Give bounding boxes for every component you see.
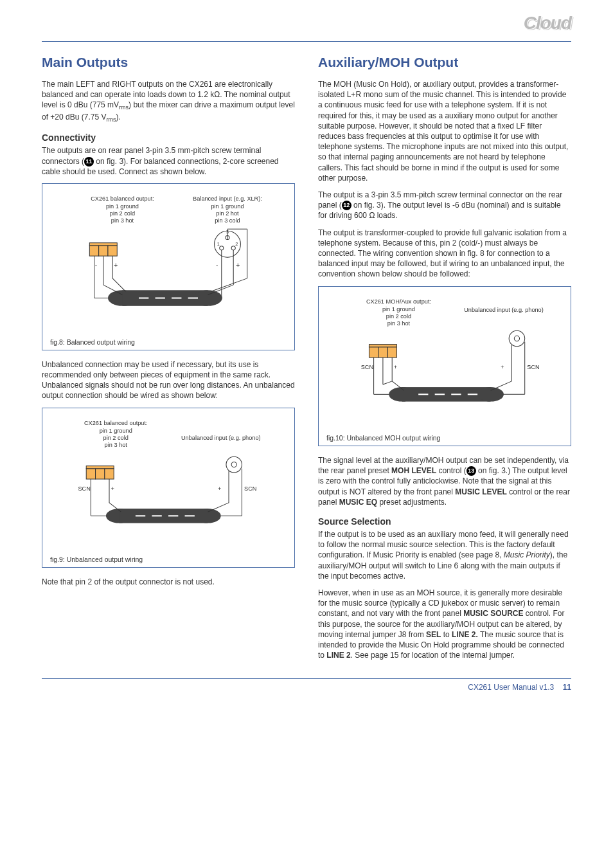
svg-line-41 [211, 278, 247, 291]
svg-text:Balanced input (e.g. XLR):: Balanced input (e.g. XLR): [193, 195, 262, 202]
figure-9: CX261 balanced output: pin 1 ground pin … [42, 408, 295, 568]
p6i: . See page 15 for location of the intern… [351, 651, 515, 660]
moh-p1: The MOH (Music On Hold), or auxiliary ou… [318, 79, 571, 183]
svg-rect-54 [96, 468, 105, 478]
svg-text:3: 3 [111, 239, 114, 244]
p6d: SEL [426, 630, 441, 639]
ref-13-icon: 13 [466, 466, 476, 476]
svg-rect-9 [99, 246, 108, 256]
ref-12-icon: 12 [342, 201, 351, 210]
svg-line-75 [208, 502, 229, 511]
figure-8-svg: CX261 balanced output: pin 1 ground pin … [50, 193, 287, 331]
svg-text:2: 2 [102, 239, 105, 244]
svg-text:CX261 MOH/Aux output:: CX261 MOH/Aux output: [366, 298, 431, 305]
ref-11-icon: 11 [84, 157, 94, 167]
svg-line-102 [383, 381, 392, 384]
p6h: LINE 2 [326, 651, 350, 660]
unbalanced-text: Unbalanced connection may be used if nec… [42, 359, 295, 401]
figure-8-caption: fig.8: Balanced output wiring [50, 338, 287, 346]
svg-point-61 [231, 462, 236, 467]
svg-text:+: + [114, 262, 118, 269]
svg-text:3: 3 [108, 461, 111, 466]
svg-text:2: 2 [382, 339, 384, 345]
svg-text:pin 1 ground: pin 1 ground [382, 305, 415, 312]
main-outputs-heading: Main Outputs [42, 55, 295, 70]
svg-rect-87 [378, 347, 387, 357]
svg-text:+: + [218, 485, 221, 492]
moh-p6: However, when in use as an MOH source, i… [318, 588, 571, 660]
page-footer: CX261 User Manual v1.3 11 [42, 678, 571, 692]
svg-text:pin 1 ground: pin 1 ground [106, 203, 139, 210]
svg-text:SCN: SCN [78, 485, 90, 492]
svg-rect-10 [108, 246, 117, 256]
connectivity-heading: Connectivity [42, 132, 295, 143]
svg-text:Unbalanced input (e.g. phono): Unbalanced input (e.g. phono) [181, 434, 261, 440]
p6b: MUSIC SOURCE [463, 609, 523, 618]
svg-rect-8 [89, 246, 98, 256]
brand-logo: Cloud [524, 13, 571, 33]
svg-text:pin 3 hot: pin 3 hot [387, 320, 411, 327]
svg-rect-55 [105, 468, 114, 478]
svg-text:pin 3 hot: pin 3 hot [105, 442, 128, 448]
right-column: Auxiliary/MOH Output The MOH (Music On H… [318, 55, 571, 667]
svg-text:CX261 balanced output:: CX261 balanced output: [91, 195, 154, 202]
svg-text:pin 2 hot: pin 2 hot [216, 210, 239, 217]
footer-doc: CX261 User Manual v1.3 [468, 683, 554, 692]
svg-text:SCN: SCN [244, 485, 256, 492]
p4c: control ( [436, 466, 466, 475]
svg-text:-: - [216, 262, 218, 269]
connectivity-text: The outputs are on rear panel 3-pin 3.5 … [42, 145, 295, 177]
svg-text:pin 1 ground: pin 1 ground [211, 203, 244, 210]
aux-moh-heading: Auxiliary/MOH Output [318, 55, 571, 70]
svg-text:+: + [111, 485, 114, 492]
svg-text:pin 2 cold: pin 2 cold [103, 434, 129, 440]
svg-text:CX261 balanced output:: CX261 balanced output: [84, 420, 148, 426]
p5i: Music Priority [504, 550, 550, 559]
svg-text:1: 1 [217, 242, 220, 247]
svg-point-94 [514, 336, 519, 341]
svg-text:1: 1 [93, 239, 96, 244]
p2b: on fig. 3). The output level is -6 dBu (… [318, 201, 561, 220]
svg-point-93 [509, 330, 525, 347]
svg-text:1: 1 [89, 461, 92, 466]
svg-text:2: 2 [99, 461, 102, 466]
svg-text:-: - [95, 262, 97, 269]
svg-text:SCN: SCN [527, 364, 539, 370]
svg-text:+: + [501, 364, 504, 370]
svg-line-39 [112, 278, 125, 291]
svg-point-19 [220, 246, 224, 250]
intro-sub2: rms [106, 116, 116, 123]
svg-text:+: + [394, 364, 397, 370]
figure-8: CX261 balanced output: pin 1 ground pin … [42, 183, 295, 350]
main-outputs-intro: The main LEFT and RIGHT outputs on the C… [42, 79, 295, 123]
moh-p2: The output is a 3-pin 3.5 mm-pitch screw… [318, 190, 571, 221]
svg-line-110 [491, 381, 512, 390]
p4g: MUSIC EQ [339, 498, 377, 507]
svg-point-60 [226, 457, 242, 473]
svg-text:pin 3 cold: pin 3 cold [215, 217, 240, 224]
moh-p5: If the output is to be used as an auxili… [318, 529, 571, 581]
p4b: MOH LEVEL [391, 466, 436, 475]
intro-sub1: rms [119, 105, 129, 111]
footer-page-number: 11 [563, 683, 571, 692]
intro-c: ). [116, 113, 120, 122]
svg-text:SCN: SCN [361, 364, 373, 370]
top-rule [42, 41, 571, 42]
pin2-note: Note that pin 2 of the output connector … [42, 577, 295, 587]
figure-9-svg: CX261 balanced output: pin 1 ground pin … [50, 417, 287, 548]
svg-rect-53 [86, 468, 95, 478]
svg-text:pin 3 hot: pin 3 hot [111, 217, 134, 224]
svg-point-72 [195, 509, 221, 523]
figure-10-svg: CX261 MOH/Aux output: pin 1 ground pin 2… [326, 296, 563, 427]
moh-p4: The signal level at the auxiliary/MOH ou… [318, 455, 571, 507]
source-selection-heading: Source Selection [318, 516, 571, 527]
p4h: preset adjustments. [377, 498, 447, 507]
svg-text:pin 2 cold: pin 2 cold [386, 312, 411, 319]
svg-text:pin 2 cold: pin 2 cold [110, 210, 135, 217]
figure-9-caption: fig.9: Unbalanced output wiring [50, 556, 287, 563]
svg-text:pin 1 ground: pin 1 ground [100, 427, 132, 433]
svg-point-107 [477, 387, 504, 401]
p6e: to [441, 630, 452, 639]
svg-text:+: + [236, 262, 240, 269]
figure-10-caption: fig.10: Unbalanced MOH output wiring [326, 434, 563, 442]
